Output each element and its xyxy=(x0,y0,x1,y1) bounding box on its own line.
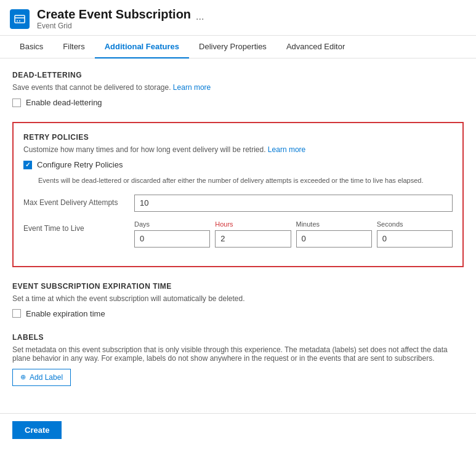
add-label-button[interactable]: ⊕ Add Label xyxy=(12,369,71,386)
max-attempts-row: Max Event Delivery Attempts xyxy=(23,195,453,212)
expiration-checkbox-label: Enable expiration time xyxy=(26,309,105,318)
page-title: Create Event Subscription xyxy=(37,7,191,22)
seconds-col: Seconds xyxy=(377,220,453,248)
event-ttl-label: Event Time to Live xyxy=(23,220,134,233)
dead-lettering-checkbox-label: Enable dead-lettering xyxy=(26,98,102,107)
dead-lettering-description: Save events that cannot be delivered to … xyxy=(12,83,464,92)
tab-filters[interactable]: Filters xyxy=(53,36,94,58)
dead-lettering-learn-more-link[interactable]: Learn more xyxy=(173,83,211,92)
hours-col: Hours xyxy=(215,220,291,248)
seconds-label: Seconds xyxy=(377,220,453,228)
dead-lettering-section: DEAD-LETTERING Save events that cannot b… xyxy=(12,71,464,107)
dead-lettering-checkbox-row: Enable dead-lettering xyxy=(12,98,464,107)
seconds-input[interactable] xyxy=(377,230,453,248)
svg-point-1 xyxy=(17,20,18,22)
more-options-button[interactable]: ··· xyxy=(196,14,204,25)
page-icon xyxy=(10,9,30,29)
event-ttl-row: Event Time to Live Days Hours Minutes xyxy=(23,220,453,248)
days-input[interactable] xyxy=(134,230,210,248)
tab-additional-features[interactable]: Additional Features xyxy=(95,36,189,58)
expiration-description: Set a time at which the event subscripti… xyxy=(12,294,464,303)
hours-input[interactable] xyxy=(215,230,291,248)
max-attempts-input[interactable] xyxy=(134,195,453,212)
main-content: DEAD-LETTERING Save events that cannot b… xyxy=(0,58,476,413)
configure-retry-checkbox-row: Configure Retry Policies xyxy=(23,160,453,169)
tab-advanced-editor[interactable]: Advanced Editor xyxy=(276,36,355,58)
retry-policies-section: RETRY POLICIES Customize how many times … xyxy=(12,122,464,267)
add-label-icon: ⊕ xyxy=(20,373,26,381)
time-grid: Days Hours Minutes Seconds xyxy=(134,220,453,248)
retry-warning-text: Events will be dead-lettered or discarde… xyxy=(38,175,453,186)
header-text: Create Event Subscription Event Grid xyxy=(37,7,191,30)
page-footer: Create xyxy=(0,413,476,446)
tab-delivery-properties[interactable]: Delivery Properties xyxy=(189,36,276,58)
minutes-input[interactable] xyxy=(296,230,372,248)
retry-policies-description: Customize how many times and for how lon… xyxy=(23,145,453,154)
days-col: Days xyxy=(134,220,210,248)
retry-policies-learn-more-link[interactable]: Learn more xyxy=(268,145,305,154)
minutes-label: Minutes xyxy=(296,220,372,228)
configure-retry-label: Configure Retry Policies xyxy=(37,160,123,169)
labels-title: LABELS xyxy=(12,333,464,342)
labels-section: LABELS Set metadata on this event subscr… xyxy=(12,333,464,386)
enable-expiration-checkbox[interactable] xyxy=(12,309,21,318)
max-attempts-control xyxy=(134,195,453,212)
enable-dead-lettering-checkbox[interactable] xyxy=(12,99,21,107)
create-button[interactable]: Create xyxy=(12,421,62,439)
labels-description: Set metadata on this event subscription … xyxy=(12,345,464,363)
hours-label: Hours xyxy=(215,220,291,228)
svg-point-2 xyxy=(19,20,20,22)
page-header: Create Event Subscription Event Grid ··· xyxy=(0,0,476,36)
svg-rect-0 xyxy=(15,15,25,23)
retry-policies-title: RETRY POLICIES xyxy=(23,133,453,142)
dead-lettering-title: DEAD-LETTERING xyxy=(12,71,464,79)
tab-basics[interactable]: Basics xyxy=(10,36,53,58)
page-subtitle: Event Grid xyxy=(37,22,191,30)
expiration-section: EVENT SUBSCRIPTION EXPIRATION TIME Set a… xyxy=(12,282,464,318)
event-ttl-control: Days Hours Minutes Seconds xyxy=(134,220,453,248)
expiration-title: EVENT SUBSCRIPTION EXPIRATION TIME xyxy=(12,282,464,291)
expiration-checkbox-row: Enable expiration time xyxy=(12,309,464,318)
add-label-text: Add Label xyxy=(30,373,63,382)
max-attempts-label: Max Event Delivery Attempts xyxy=(23,195,134,207)
tab-bar: Basics Filters Additional Features Deliv… xyxy=(0,36,476,58)
days-label: Days xyxy=(134,220,210,228)
minutes-col: Minutes xyxy=(296,220,372,248)
configure-retry-checkbox[interactable] xyxy=(23,161,32,169)
